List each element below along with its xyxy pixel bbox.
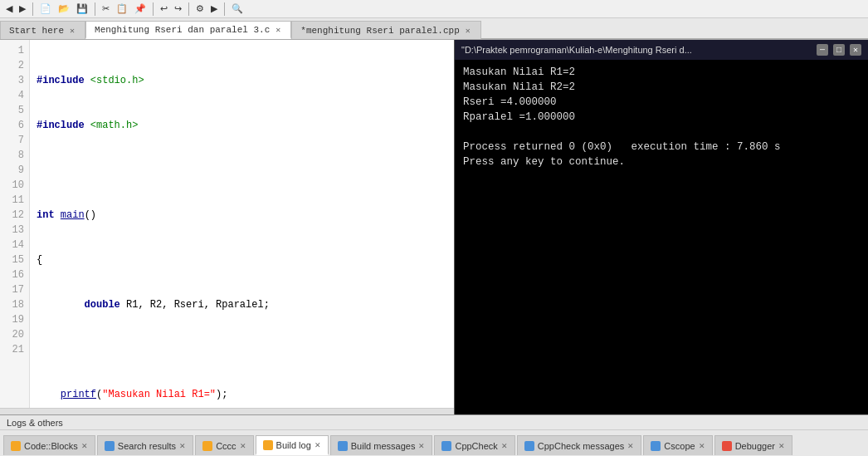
bottom-tab-cppcheck-label: CppCheck bbox=[455, 441, 497, 451]
bottom-tab-cppcheckmsgs[interactable]: CppCheck messages ✕ bbox=[517, 435, 642, 455]
bottom-tab-cppcheckmsgs-close[interactable]: ✕ bbox=[627, 442, 634, 450]
bottom-tab-buildmsg-close[interactable]: ✕ bbox=[418, 442, 425, 450]
code-line-3 bbox=[37, 163, 447, 178]
bottom-tab-bar: Code::Blocks ✕ Search results ✕ Cccc ✕ B… bbox=[0, 430, 868, 455]
forward-button[interactable]: ▶ bbox=[17, 2, 28, 15]
bottom-tab-buildlog-close[interactable]: ✕ bbox=[315, 441, 321, 449]
bottom-tab-buildmsg-label: Build messages bbox=[351, 441, 416, 451]
tab-start-here-label: Start here bbox=[9, 26, 64, 36]
terminal-title: "D:\Praktek pemrograman\Kuliah-e\Menghit… bbox=[461, 45, 692, 55]
code-line-1: #include <stdio.h> bbox=[37, 73, 447, 88]
terminal-output: Masukan Nilai R1=2 Masukan Nilai R2=2 Rs… bbox=[455, 60, 868, 414]
terminal-titlebar: "D:\Praktek pemrograman\Kuliah-e\Menghit… bbox=[455, 40, 868, 60]
cccc-icon bbox=[202, 441, 212, 451]
save-button[interactable]: 💾 bbox=[74, 2, 90, 15]
open-file-button[interactable]: 📂 bbox=[56, 2, 72, 15]
bottom-tab-buildlog-label: Build log bbox=[276, 440, 311, 450]
bottom-tab-cppcheck[interactable]: CppCheck ✕ bbox=[434, 435, 514, 455]
main-toolbar: ◀ ▶ 📄 📂 💾 ✂ 📋 📌 ↩ ↪ ⚙ ▶ 🔍 bbox=[0, 0, 868, 18]
terminal-close-button[interactable]: ✕ bbox=[850, 44, 861, 56]
bottom-tab-cccc[interactable]: Cccc ✕ bbox=[195, 435, 253, 455]
cppcheckmsgs-icon bbox=[524, 441, 534, 451]
tab-rseri-cpp-label: *menghitung Rseri paralel.cpp bbox=[300, 26, 459, 36]
editor-tab-bar: Start here ✕ Menghitung Rseri dan parale… bbox=[0, 18, 868, 40]
search-results-icon bbox=[105, 441, 115, 451]
code-editor[interactable]: #include <stdio.h> #include <math.h> int… bbox=[30, 40, 454, 408]
terminal-minimize-button[interactable]: ─ bbox=[817, 44, 828, 56]
undo-button[interactable]: ↩ bbox=[158, 2, 170, 15]
toolbar-separator-1 bbox=[32, 2, 33, 16]
bottom-tab-debugger-label: Debugger bbox=[735, 441, 775, 451]
bottom-tab-cppcheck-close[interactable]: ✕ bbox=[501, 442, 508, 450]
tab-rseri-c[interactable]: Menghitung Rseri dan paralel 3.c ✕ bbox=[85, 21, 291, 39]
logs-label: Logs & others bbox=[0, 415, 868, 430]
code-line-7 bbox=[37, 342, 447, 357]
tab-rseri-cpp-close[interactable]: ✕ bbox=[464, 26, 472, 36]
terminal-line-6: Process returned 0 (0x0) execution time … bbox=[463, 140, 860, 154]
bottom-tab-debugger-close[interactable]: ✕ bbox=[778, 442, 785, 450]
cut-button[interactable]: ✂ bbox=[100, 2, 112, 15]
tab-rseri-c-label: Menghitung Rseri dan paralel 3.c bbox=[95, 25, 270, 35]
bottom-section: Logs & others Code::Blocks ✕ Search resu… bbox=[0, 414, 868, 456]
copy-button[interactable]: 📋 bbox=[114, 2, 130, 15]
terminal-line-1: Masukan Nilai R1=2 bbox=[463, 65, 860, 80]
tab-rseri-cpp[interactable]: *menghitung Rseri paralel.cpp ✕ bbox=[291, 21, 480, 39]
bottom-tab-buildmsg[interactable]: Build messages ✕ bbox=[330, 435, 433, 455]
redo-button[interactable]: ↪ bbox=[172, 2, 184, 15]
code-line-6: double R1, R2, Rseri, Rparalel; bbox=[37, 297, 447, 312]
terminal-line-3: Rseri =4.000000 bbox=[463, 95, 860, 110]
tab-start-here-close[interactable]: ✕ bbox=[68, 26, 76, 36]
bottom-tab-cppcheckmsgs-label: CppCheck messages bbox=[538, 441, 625, 451]
code-horizontal-scrollbar[interactable] bbox=[0, 408, 454, 414]
bottom-tab-cscope-close[interactable]: ✕ bbox=[699, 442, 705, 450]
toolbar-separator-2 bbox=[95, 2, 95, 16]
terminal-line-2: Masukan Nilai R2=2 bbox=[463, 80, 860, 95]
buildlog-icon bbox=[263, 440, 273, 450]
bottom-tab-codeblocks-close[interactable]: ✕ bbox=[81, 442, 88, 450]
buildmsg-icon bbox=[338, 441, 348, 451]
bottom-tab-cccc-close[interactable]: ✕ bbox=[240, 442, 246, 450]
tab-start-here[interactable]: Start here ✕ bbox=[0, 21, 85, 39]
bottom-tab-cscope-label: Cscope bbox=[664, 441, 695, 451]
toolbar-separator-4 bbox=[188, 2, 189, 16]
code-line-2: #include <math.h> bbox=[37, 118, 447, 133]
bottom-tab-cscope[interactable]: Cscope ✕ bbox=[643, 435, 712, 455]
bottom-tab-codeblocks-label: Code::Blocks bbox=[24, 441, 78, 451]
bottom-tab-search[interactable]: Search results ✕ bbox=[97, 435, 193, 455]
terminal-panel: "D:\Praktek pemrograman\Kuliah-e\Menghit… bbox=[455, 40, 868, 414]
terminal-line-4: Rparalel =1.000000 bbox=[463, 110, 860, 125]
toolbar-separator-5 bbox=[224, 2, 225, 16]
bottom-tab-search-close[interactable]: ✕ bbox=[179, 442, 186, 450]
run-button[interactable]: ▶ bbox=[208, 2, 220, 15]
terminal-line-5 bbox=[463, 125, 860, 140]
debugger-icon bbox=[722, 441, 732, 451]
code-content[interactable]: 12345 678910 1112131415 1617181920 21 #i… bbox=[0, 40, 454, 408]
paste-button[interactable]: 📌 bbox=[132, 2, 149, 15]
bottom-tab-codeblocks[interactable]: Code::Blocks ✕ bbox=[3, 435, 95, 455]
code-line-5: { bbox=[37, 253, 447, 267]
line-numbers: 12345 678910 1112131415 1617181920 21 bbox=[0, 40, 30, 408]
search-button[interactable]: 🔍 bbox=[229, 2, 246, 15]
bottom-tab-cccc-label: Cccc bbox=[216, 441, 236, 451]
terminal-line-7: Press any key to continue. bbox=[463, 154, 860, 169]
tab-rseri-c-close[interactable]: ✕ bbox=[274, 25, 282, 35]
codeblocks-icon bbox=[11, 441, 21, 451]
main-area: 12345 678910 1112131415 1617181920 21 #i… bbox=[0, 40, 868, 414]
bottom-tab-buildlog[interactable]: Build log ✕ bbox=[256, 435, 329, 455]
bottom-tab-search-label: Search results bbox=[118, 441, 176, 451]
toolbar-separator-3 bbox=[153, 2, 154, 16]
bottom-tab-debugger[interactable]: Debugger ✕ bbox=[714, 435, 792, 455]
terminal-maximize-button[interactable]: □ bbox=[833, 44, 845, 56]
code-line-4: int main() bbox=[37, 208, 447, 223]
code-editor-panel: 12345 678910 1112131415 1617181920 21 #i… bbox=[0, 40, 455, 414]
terminal-controls: ─ □ ✕ bbox=[817, 44, 861, 56]
back-button[interactable]: ◀ bbox=[3, 2, 15, 15]
new-file-button[interactable]: 📄 bbox=[37, 2, 54, 15]
code-line-8: printf("Masukan Nilai R1="); bbox=[37, 387, 447, 402]
cppcheck-icon bbox=[441, 441, 451, 451]
cscope-icon bbox=[651, 441, 661, 451]
build-button[interactable]: ⚙ bbox=[193, 2, 207, 15]
